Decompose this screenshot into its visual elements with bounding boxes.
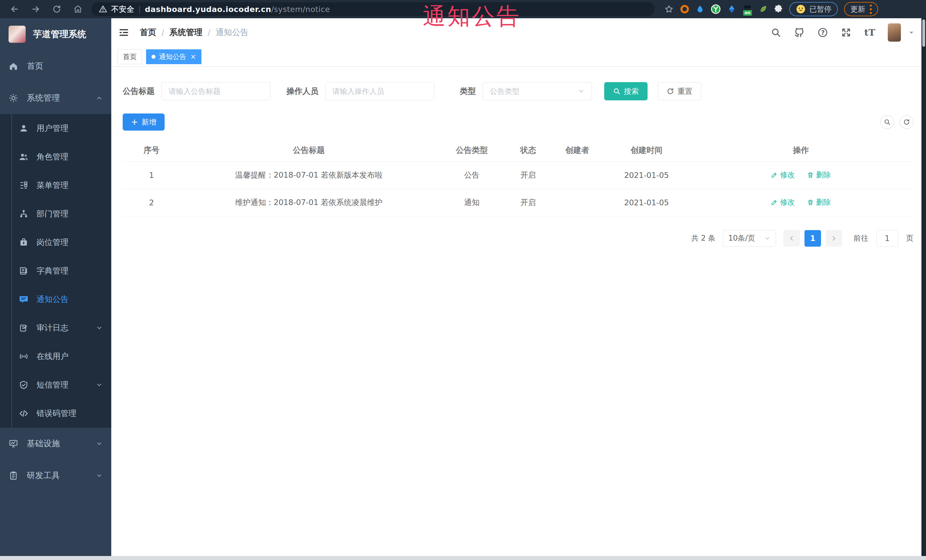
app-title: 芋道管理系统 — [33, 28, 86, 40]
delete-link[interactable]: 删除 — [807, 197, 831, 207]
breadcrumb-home[interactable]: 首页 — [140, 27, 156, 38]
title-filter-label: 公告标题 — [123, 86, 154, 97]
sidebar-menu: 首页 系统管理 用户管理 角色管理 菜单管理 — [0, 50, 111, 556]
security-warning-icon[interactable] — [99, 5, 107, 14]
bookmark-star-icon[interactable] — [664, 5, 673, 14]
book-icon — [19, 266, 29, 276]
reset-button-label: 重置 — [678, 86, 692, 97]
table-tools — [881, 115, 914, 129]
reset-button[interactable]: 重置 — [658, 82, 701, 100]
browser-forward-icon[interactable] — [26, 2, 45, 17]
caret-down-icon[interactable] — [908, 29, 915, 36]
chevron-down-icon — [578, 88, 584, 95]
browser-back-icon[interactable] — [5, 2, 24, 17]
address-separator: | — [138, 5, 141, 14]
log-icon — [19, 323, 29, 333]
col-status: 状态 — [507, 139, 550, 162]
chevron-down-icon — [96, 382, 103, 388]
select-placeholder: 公告类型 — [490, 86, 519, 97]
add-button[interactable]: + 新增 — [123, 113, 165, 131]
operator-filter-input[interactable] — [325, 82, 434, 100]
page-number-current[interactable]: 1 — [805, 230, 821, 247]
sidebar-item-users[interactable]: 用户管理 — [0, 114, 111, 143]
cell-creator — [550, 162, 605, 189]
delete-link[interactable]: 删除 — [807, 170, 831, 180]
edit-link[interactable]: 修改 — [771, 197, 795, 207]
breadcrumb-current: 通知公告 — [216, 27, 249, 38]
page-size-select[interactable]: 10条/页 — [723, 230, 776, 247]
sidebar-item-dict[interactable]: 字典管理 — [0, 257, 111, 285]
tab-home[interactable]: 首页 — [118, 49, 142, 64]
fullscreen-icon[interactable] — [841, 27, 852, 38]
on-badge: on — [743, 10, 752, 16]
type-filter-select[interactable]: 公告类型 — [483, 82, 592, 100]
extension-on-badge-icon[interactable]: on — [743, 4, 752, 14]
search-icon[interactable] — [770, 27, 781, 38]
sidebar-item-menus[interactable]: 菜单管理 — [0, 171, 111, 199]
trash-icon — [807, 199, 814, 206]
browser-menu-icon[interactable] — [870, 5, 872, 14]
sidebar-item-departments[interactable]: 部门管理 — [0, 199, 111, 228]
refresh-icon — [667, 88, 674, 95]
tab-label: 首页 — [123, 52, 137, 61]
browser-update-pill[interactable]: 更新 — [844, 2, 878, 16]
show-search-button[interactable] — [881, 115, 894, 129]
sidebar-item-roles[interactable]: 角色管理 — [0, 143, 111, 171]
table-header-row: 序号 公告标题 公告类型 状态 创建者 创建时间 操作 — [123, 139, 914, 162]
sidebar-item-notice[interactable]: 通知公告 — [0, 285, 111, 314]
edit-label: 修改 — [780, 170, 795, 180]
system-submenu: 用户管理 角色管理 菜单管理 部门管理 岗位管理 — [0, 114, 111, 428]
app-logo[interactable]: 芋道管理系统 — [0, 18, 111, 50]
table-toolbar: + 新增 — [123, 113, 914, 131]
sidebar-item-error-codes[interactable]: 错误码管理 — [0, 399, 111, 428]
prev-page-button[interactable] — [783, 230, 800, 247]
col-type: 公告类型 — [437, 139, 507, 162]
delete-label: 删除 — [816, 197, 831, 207]
extension-donut-icon[interactable] — [680, 4, 690, 14]
github-icon[interactable] — [794, 27, 805, 38]
edit-link[interactable]: 修改 — [771, 170, 795, 180]
tags-view-bar: 首页 通知公告 × — [111, 47, 926, 67]
sidebar-item-posts[interactable]: 岗位管理 — [0, 228, 111, 257]
cell-type: 公告 — [437, 162, 507, 189]
home-icon — [9, 61, 18, 71]
browser-reload-icon[interactable] — [47, 2, 66, 17]
address-bar[interactable]: 不安全 | dashboard.yudao.iocoder.cn/system/… — [91, 2, 655, 16]
filter-form: 公告标题 操作人员 类型 公告类型 搜索 重置 — [123, 82, 914, 100]
refresh-button[interactable] — [900, 115, 914, 129]
breadcrumb-section[interactable]: 系统管理 — [169, 27, 203, 38]
extension-leaf-icon[interactable] — [758, 5, 768, 14]
operator-filter-label: 操作人员 — [286, 86, 318, 97]
search-button[interactable]: 搜索 — [604, 82, 648, 100]
cell-index: 2 — [123, 189, 180, 216]
font-size-icon[interactable]: tT — [864, 27, 875, 38]
sidebar-item-online-users[interactable]: 在线用户 — [0, 342, 111, 371]
trash-icon — [807, 172, 814, 178]
sidebar-item-dev-tools[interactable]: 研发工具 — [0, 460, 111, 492]
sidebar-item-home[interactable]: 首页 — [0, 50, 111, 82]
extension-diamond-icon[interactable] — [727, 5, 736, 14]
extensions-puzzle-icon[interactable] — [774, 5, 783, 14]
sidebar-item-audit-log[interactable]: 审计日志 — [0, 314, 111, 342]
sidebar-item-sms[interactable]: 短信管理 — [0, 371, 111, 399]
help-icon[interactable]: ? — [817, 27, 828, 38]
title-filter-input[interactable] — [162, 82, 271, 100]
extension-y-icon[interactable] — [711, 4, 721, 14]
goto-page-input[interactable] — [876, 230, 898, 247]
close-icon[interactable]: × — [190, 53, 196, 61]
next-page-button[interactable] — [826, 230, 842, 247]
user-avatar[interactable] — [888, 23, 901, 42]
users-icon — [19, 152, 29, 162]
sidebar-item-infrastructure[interactable]: 基础设施 — [0, 428, 111, 460]
cell-title: 温馨提醒：2018-07-01 若依新版本发布啦 — [180, 162, 437, 189]
page-scrollbar[interactable] — [921, 18, 926, 556]
tab-notice[interactable]: 通知公告 × — [146, 49, 201, 64]
search-icon — [884, 119, 891, 125]
edit-label: 修改 — [780, 197, 795, 207]
sidebar-item-system[interactable]: 系统管理 — [0, 82, 111, 114]
profile-paused-pill[interactable]: 已暂停 — [789, 2, 838, 16]
browser-home-icon[interactable] — [68, 2, 87, 17]
sidebar-toggle-icon[interactable] — [118, 26, 130, 39]
extension-drop-icon[interactable] — [696, 4, 704, 14]
scrollbar-thumb[interactable] — [922, 20, 925, 47]
